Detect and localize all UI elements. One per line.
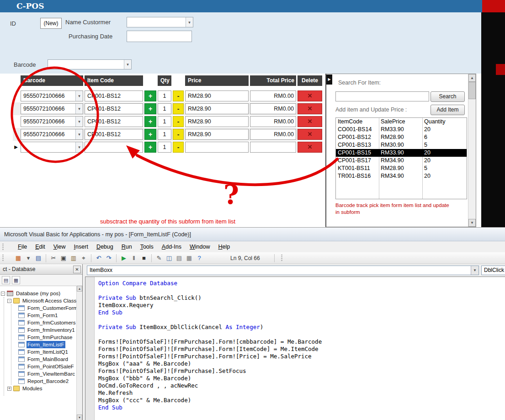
menu-insert[interactable]: Insert (70, 242, 92, 251)
app-dropdown-icon[interactable]: ▾ (24, 254, 33, 263)
toolbar-grip[interactable] (281, 255, 282, 262)
item-list-row[interactable]: KT001-BS11 RM28.90 5 (336, 165, 467, 172)
scrollbar-thumb[interactable] (468, 82, 476, 99)
menu-file[interactable]: File (14, 242, 31, 251)
decrease-qty-button[interactable]: - (173, 116, 184, 127)
barcode-combo[interactable]: 9555072100666 ▾ (21, 129, 83, 140)
close-icon[interactable]: ✕ (73, 266, 81, 273)
scroll-down-icon[interactable]: ▼ (468, 219, 476, 227)
increase-qty-button[interactable]: + (144, 103, 156, 114)
item-code-field[interactable]: CP001-BS12 (85, 103, 143, 114)
design-mode-icon[interactable]: ✎ (154, 254, 164, 263)
tree-item-form_frmcustomers[interactable]: Form_frmCustomers (0, 319, 76, 326)
decrease-qty-button[interactable]: - (173, 103, 184, 114)
find-icon[interactable]: ⌖ (79, 254, 88, 263)
item-list-row[interactable]: TR001-BS16 RM34.90 20 (336, 172, 467, 180)
undo-icon[interactable]: ↶ (94, 254, 103, 263)
help-icon[interactable]: ? (195, 254, 204, 263)
name-customer-combo[interactable]: ▾ (127, 17, 193, 27)
tree-folder-modules[interactable]: + Modules (0, 385, 76, 392)
qty-field[interactable]: 1 (158, 103, 171, 114)
access-app-icon[interactable]: ▦ (14, 254, 23, 263)
tree-item-form_mainboard[interactable]: Form_MainBoard (0, 356, 76, 363)
menu-edit[interactable]: Edit (31, 242, 49, 251)
item-list-row[interactable]: CP001-BS17 RM34.90 20 (336, 157, 467, 165)
delete-button[interactable]: ✕ (298, 103, 322, 114)
qty-field[interactable]: 1 (158, 116, 171, 127)
chevron-down-icon[interactable]: ▾ (186, 17, 193, 27)
run-icon[interactable]: ▶ (119, 254, 128, 263)
project-explorer-icon[interactable]: ◫ (165, 254, 174, 263)
menu-run[interactable]: Run (117, 242, 136, 251)
menu-addins[interactable]: Add-Ins (158, 242, 186, 251)
tree-item-form_customerform[interactable]: Form_CustomerForm (0, 304, 76, 312)
purchasing-date-field[interactable] (127, 31, 192, 42)
qty-field[interactable]: 1 (158, 129, 171, 140)
barcode-combo[interactable]: 9555072100666 ▾ (21, 90, 83, 101)
item-list-row[interactable]: CP001-BS15 RM33.90 20 (336, 149, 467, 157)
add-item-button[interactable]: Add Item (431, 105, 465, 115)
tree-scrollbar[interactable]: ▲ ▼ (76, 286, 82, 420)
reset-icon[interactable]: ■ (139, 254, 149, 263)
barcode-combo[interactable]: ▾ (21, 142, 83, 153)
decrease-qty-button[interactable]: - (173, 90, 184, 101)
menu-tools[interactable]: Tools (136, 242, 158, 251)
chevron-down-icon[interactable]: ▾ (124, 60, 131, 69)
search-button[interactable]: Search (431, 91, 465, 102)
scroll-up-icon[interactable]: ▲ (77, 286, 82, 292)
delete-button[interactable]: ✕ (298, 129, 322, 140)
properties-icon[interactable]: ▤ (175, 254, 184, 263)
tree-folder-class-objects[interactable]: - Microsoft Access Class ( (0, 297, 76, 304)
redo-icon[interactable]: ↷ (104, 254, 113, 263)
tree-item-form_form1[interactable]: Form_Form1 (0, 312, 76, 319)
event-dropdown[interactable]: DblClick (481, 266, 505, 275)
item-list-row[interactable]: CP001-BS12 RM28.90 6 (336, 133, 467, 141)
price-field[interactable]: RM28.90 (185, 90, 249, 101)
toolbar-grip[interactable] (2, 244, 4, 250)
record-selector[interactable] (13, 103, 19, 115)
increase-qty-button[interactable]: + (144, 90, 156, 101)
cut-icon[interactable]: ✂ (49, 254, 58, 263)
item-listbox[interactable]: ItemCode SalePrice Quantity CO001-BS14 R… (335, 117, 467, 199)
decrease-qty-button[interactable]: - (173, 129, 184, 140)
price-field[interactable]: RM28.90 (185, 129, 249, 140)
chevron-down-icon[interactable]: ▾ (75, 142, 83, 152)
tree-item-report_barcode2[interactable]: Report_Barcode2 (0, 377, 76, 385)
menu-view[interactable]: View (49, 242, 70, 251)
chevron-down-icon[interactable]: ▾ (75, 129, 83, 139)
panel-collapse-icon[interactable]: ▶ (326, 74, 332, 85)
chevron-down-icon[interactable]: ▾ (471, 266, 478, 275)
item-code-field[interactable]: CP001-BS12 (85, 90, 143, 101)
barcode-combo[interactable]: 9555072100666 ▾ (21, 103, 83, 114)
increase-qty-button[interactable]: + (144, 116, 156, 127)
close-button-area[interactable] (482, 0, 505, 12)
tree-item-form_frmpurchase[interactable]: Form_frmPurchase (0, 334, 76, 341)
tree-item-form_viewitembarc[interactable]: Form_ViewItemBarc (0, 370, 76, 377)
delete-button[interactable]: ✕ (298, 142, 322, 153)
menu-window[interactable]: Window (186, 242, 214, 251)
tree-item-form_itemlistq1[interactable]: Form_ItemListQ1 (0, 348, 76, 356)
increase-qty-button[interactable]: + (144, 142, 156, 153)
view-code-icon[interactable]: ▤ (2, 276, 10, 284)
tree-item-form_frminventory1[interactable]: Form_frmInventory1 (0, 326, 76, 334)
delete-button[interactable]: ✕ (298, 116, 322, 127)
price-field[interactable] (185, 142, 249, 153)
chevron-down-icon[interactable]: ▾ (75, 91, 83, 101)
price-field[interactable]: RM28.90 (185, 103, 249, 114)
item-code-field[interactable]: CP001-BS12 (85, 129, 143, 140)
toolbar-grip[interactable] (2, 255, 4, 261)
code-editor[interactable]: Option Compare Database Private Sub btnS… (85, 276, 505, 420)
delete-button[interactable]: ✕ (298, 90, 322, 101)
item-code-field[interactable]: CP001-BS12 (85, 116, 143, 127)
item-list-row[interactable]: CO001-BS14 RM33.90 20 (336, 126, 467, 133)
decrease-qty-button[interactable]: - (173, 142, 184, 153)
break-icon[interactable]: ‖ (129, 254, 138, 263)
scroll-down-icon[interactable]: ▼ (77, 415, 82, 420)
record-selector[interactable]: ▶ (13, 141, 19, 153)
qty-field[interactable]: 1 (158, 142, 171, 153)
menu-debug[interactable]: Debug (92, 242, 117, 251)
tree-root[interactable]: - Database (my pos) (0, 290, 76, 297)
barcode-combo[interactable]: 9555072100666 ▾ (21, 116, 83, 127)
item-code-field[interactable] (85, 142, 143, 153)
object-dropdown[interactable]: ItemBoxx ▾ (87, 266, 479, 275)
